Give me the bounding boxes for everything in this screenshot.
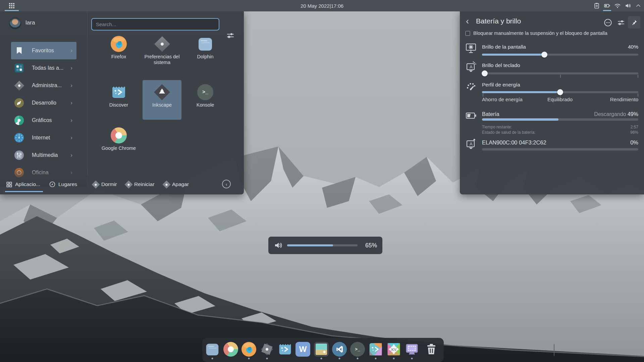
battery-label: Batería xyxy=(482,111,499,117)
app-tile-discover[interactable]: Discover xyxy=(99,80,138,120)
keyboard-brightness-slider[interactable] xyxy=(482,70,638,76)
dock-item-trash[interactable] xyxy=(424,342,439,357)
volume-tray-icon[interactable] xyxy=(624,0,632,11)
touchscreen-device-icon: A xyxy=(465,138,477,150)
app-tile-firefox[interactable]: Firefox xyxy=(99,32,138,71)
battery-time-remaining-row: Tiempo restante: 2:57 xyxy=(482,125,638,129)
power-profile-slider-handle[interactable] xyxy=(557,89,563,95)
profile-balanced-label[interactable]: Equilibrado xyxy=(547,97,573,102)
multimedia-icon xyxy=(14,150,24,160)
graphics-icon xyxy=(14,115,24,125)
running-indicator xyxy=(357,358,359,359)
svg-text:A: A xyxy=(470,64,473,69)
system-settings-icon xyxy=(154,36,170,52)
keyboard-brightness-slider-handle[interactable] xyxy=(482,70,488,76)
clipboard-tray-icon[interactable] xyxy=(593,0,600,11)
profile-performance-label[interactable]: Rendimiento xyxy=(610,97,638,102)
app-tile-google-chrome[interactable]: Google Chrome xyxy=(99,123,138,163)
pin-button[interactable] xyxy=(628,16,640,28)
battery-tray-icon[interactable] xyxy=(603,0,611,11)
power-profile-label: Perfil de energía xyxy=(482,82,520,88)
status-overflow-icon[interactable] xyxy=(604,18,612,27)
digital-clock[interactable]: 20 May 2022|17:06 xyxy=(0,0,644,11)
launcher-footer: Aplicacio... Lugares Dormir Reiniciar Ap… xyxy=(0,176,244,194)
battery-tray-active-indicator xyxy=(603,10,611,11)
top-panel: 20 May 2022|17:06 xyxy=(0,0,644,11)
application-launcher-popup: lara Favoritos› Todas las a...› xyxy=(0,11,244,194)
screen-brightness-label: Brillo de la pantalla xyxy=(482,44,526,50)
volume-osd: 65% xyxy=(268,237,382,254)
sidebar-item-graficos[interactable]: Gráficos› xyxy=(11,112,76,129)
administration-icon xyxy=(14,80,24,90)
user-avatar[interactable] xyxy=(9,17,21,29)
dock-item-kvantum[interactable]: KV xyxy=(386,342,401,357)
dock-item-w-writer[interactable]: W xyxy=(296,342,310,357)
battery-status-value: Descargando 49% xyxy=(594,111,638,117)
internet-icon xyxy=(14,133,24,143)
configure-icon[interactable] xyxy=(617,18,625,27)
dock-item-system-settings[interactable] xyxy=(260,342,274,357)
dock-item-spectacle[interactable] xyxy=(405,342,419,357)
app-tile-dolphin[interactable]: Dolphin xyxy=(186,32,225,71)
development-icon xyxy=(14,98,24,108)
keyboard-brightness-icon: A xyxy=(465,61,477,73)
wifi-tray-icon[interactable] xyxy=(614,0,621,11)
dock-item-firefox[interactable] xyxy=(241,342,256,357)
running-indicator xyxy=(321,358,322,359)
touchscreen-progress-bar xyxy=(482,148,638,150)
user-name: lara xyxy=(25,19,35,26)
shutdown-icon xyxy=(162,180,170,188)
dock-item-dolphin[interactable] xyxy=(205,342,220,357)
sidebar-divider xyxy=(87,11,88,176)
inkscape-icon xyxy=(154,84,170,100)
dock-item-konsole[interactable]: >_ xyxy=(350,342,365,357)
pin-icon xyxy=(631,19,638,26)
configure-search-icon[interactable] xyxy=(226,31,235,40)
volume-osd-fill xyxy=(287,244,333,246)
sidebar-item-desarrollo[interactable]: Desarrollo› xyxy=(11,94,76,112)
active-tab-indicator xyxy=(5,191,43,192)
tray-expand-chevron-icon[interactable] xyxy=(635,0,642,11)
discover-icon xyxy=(111,84,127,100)
shutdown-button[interactable]: Apagar xyxy=(164,179,189,189)
app-tile-inkscape[interactable]: Inkscape xyxy=(143,80,181,120)
dock-item-google-chrome[interactable] xyxy=(223,342,238,357)
restart-button[interactable]: Reiniciar xyxy=(126,179,154,189)
suspend-lock-checkbox[interactable] xyxy=(465,31,470,36)
sleep-button[interactable]: Dormir xyxy=(93,179,117,189)
power-profile-slider[interactable] xyxy=(482,89,638,95)
screen-brightness-slider-handle[interactable] xyxy=(541,52,547,58)
app-tile-preferencias-del-sistema[interactable]: Preferencias del sistema xyxy=(143,32,181,71)
speaker-icon xyxy=(273,241,283,250)
profile-powersave-label[interactable]: Ahorro de energía xyxy=(482,97,523,102)
volume-osd-value: 65% xyxy=(365,237,377,254)
sleep-icon xyxy=(92,180,100,188)
dock-item-vscode[interactable] xyxy=(332,342,347,357)
dock: W >_ KV xyxy=(202,338,444,362)
screen-brightness-slider[interactable] xyxy=(482,52,638,58)
sidebar-item-internet[interactable]: Internet› xyxy=(11,129,76,146)
app-tile-konsole[interactable]: >_ Konsole xyxy=(186,80,225,120)
running-indicator xyxy=(266,358,268,359)
volume-osd-bar xyxy=(287,244,358,246)
screen-brightness-icon xyxy=(465,42,477,54)
dock-item-discover[interactable] xyxy=(278,342,292,357)
sidebar-item-favoritos[interactable]: Favoritos› xyxy=(11,42,76,59)
dock-item-gwenview[interactable] xyxy=(314,342,329,357)
tab-aplicaciones[interactable]: Aplicacio... xyxy=(6,179,40,189)
applications-tab-icon xyxy=(6,181,12,188)
back-button[interactable]: ‹ xyxy=(466,16,469,26)
tab-lugares[interactable]: Lugares xyxy=(49,179,77,189)
sidebar-item-administracion[interactable]: Administra...› xyxy=(11,77,76,94)
konsole-icon: >_ xyxy=(197,84,213,100)
session-history-button[interactable]: ‹ xyxy=(222,180,231,188)
running-indicator xyxy=(411,358,413,359)
touchscreen-device-value: 0% xyxy=(630,139,638,146)
chrome-icon xyxy=(111,127,127,143)
dock-item-image-tool[interactable] xyxy=(368,342,383,357)
all-apps-icon xyxy=(14,63,24,73)
battery-percent: 49% xyxy=(628,111,638,117)
sidebar-item-multimedia[interactable]: Multimedia› xyxy=(11,146,76,164)
search-input[interactable] xyxy=(91,18,219,31)
sidebar-item-todas-las-aplicaciones[interactable]: Todas las a...› xyxy=(11,59,76,77)
